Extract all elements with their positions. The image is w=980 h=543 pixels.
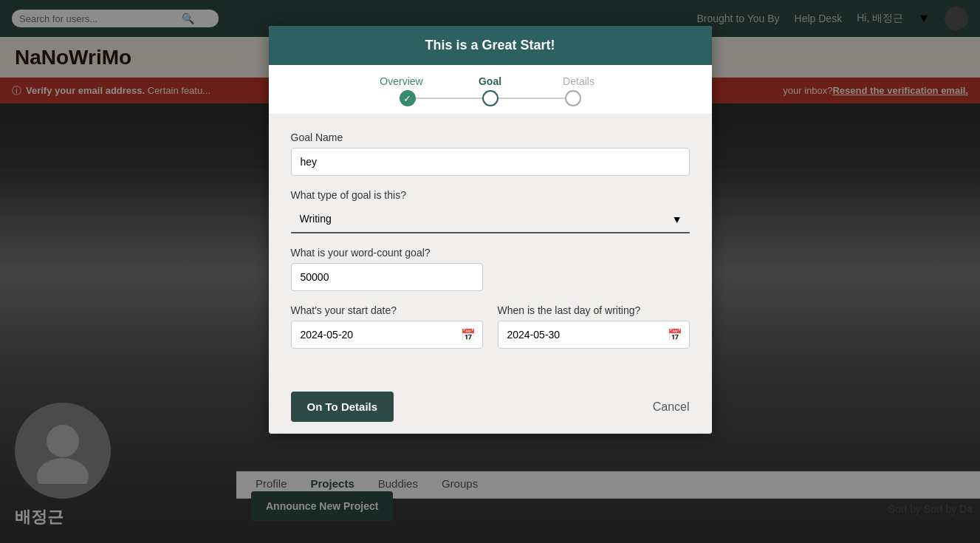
modal-dialog: This is a Great Start! Overview Goal Det… — [269, 26, 712, 434]
end-date-input[interactable] — [498, 321, 690, 349]
word-count-label: What is your word-count goal? — [291, 247, 690, 259]
step-label-goal: Goal — [446, 75, 535, 87]
modal-footer: On To Details Cancel — [269, 380, 712, 434]
start-date-calendar-icon[interactable]: 📅 — [461, 328, 476, 342]
goal-type-select[interactable]: Writing Reading Other — [291, 205, 690, 233]
word-count-input[interactable] — [291, 263, 483, 291]
end-date-calendar-icon[interactable]: 📅 — [668, 328, 682, 342]
step-label-overview: Overview — [357, 75, 446, 87]
step-line-1 — [416, 98, 482, 99]
step-circle-overview: ✓ — [400, 90, 416, 106]
step-circle-goal — [482, 90, 498, 106]
end-date-group: When is the last day of writing? 📅 — [498, 304, 690, 349]
goal-name-group: Goal Name — [291, 132, 690, 176]
steps-container: Overview Goal Details ✓ — [269, 65, 712, 114]
goal-type-label: What type of goal is this? — [291, 189, 690, 201]
date-row: What's your start date? 📅 When is the la… — [291, 304, 690, 349]
modal-body: Goal Name What type of goal is this? Wri… — [269, 114, 712, 380]
start-date-group: What's your start date? 📅 — [291, 304, 483, 349]
cancel-button[interactable]: Cancel — [653, 400, 690, 414]
start-date-label: What's your start date? — [291, 304, 483, 316]
start-date-wrapper: 📅 — [291, 321, 483, 349]
goal-type-select-wrapper: Writing Reading Other ▼ — [291, 205, 690, 233]
goal-name-input[interactable] — [291, 148, 690, 176]
step-circle-details — [565, 90, 581, 106]
modal-title: This is a Great Start! — [425, 38, 555, 52]
end-date-wrapper: 📅 — [498, 321, 690, 349]
steps-circles: ✓ — [400, 90, 581, 106]
start-date-input[interactable] — [291, 321, 483, 349]
modal-header: This is a Great Start! — [269, 26, 712, 65]
step-label-details: Details — [535, 75, 623, 87]
goal-type-group: What type of goal is this? Writing Readi… — [291, 189, 690, 233]
word-count-group: What is your word-count goal? — [291, 247, 690, 291]
steps-labels: Overview Goal Details — [284, 75, 697, 87]
on-to-details-button[interactable]: On To Details — [291, 392, 394, 422]
step-line-2 — [498, 98, 565, 99]
end-date-label: When is the last day of writing? — [498, 304, 690, 316]
goal-name-label: Goal Name — [291, 132, 690, 143]
checkmark-icon: ✓ — [403, 93, 411, 104]
